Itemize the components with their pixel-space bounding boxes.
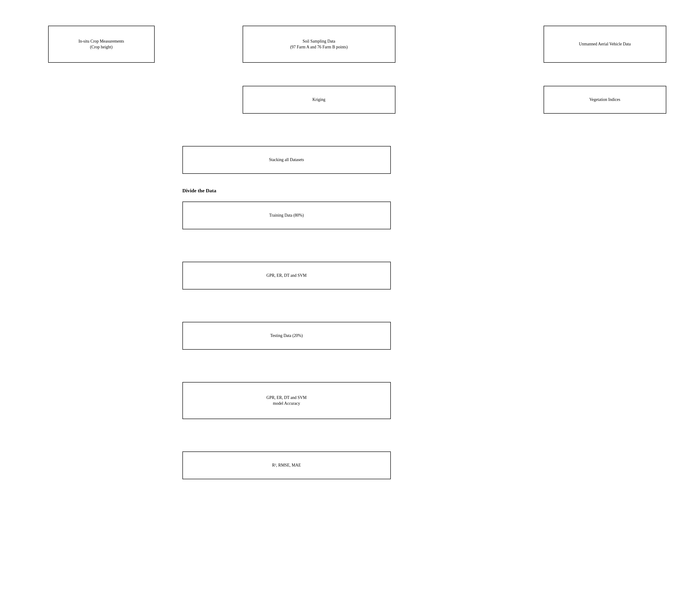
box-vegindices: Vegetation Indices [544, 86, 666, 114]
models1-label: GPR, ER, DT and SVM [266, 273, 307, 278]
box-models1: GPR, ER, DT and SVM [182, 262, 391, 289]
vegindices-label: Vegetation Indices [589, 97, 620, 102]
box-stacking: Stacking all Datasets [182, 146, 391, 174]
box-training: Training Data (80%) [182, 202, 391, 229]
soil-label: Soil Sampling Data(97 Farm A and 76 Farm… [290, 39, 348, 50]
accuracy-label: GPR, ER, DT and SVMmodel Accuracy [266, 395, 307, 406]
uav-label: Unmanned Aerial Vehicle Data [579, 41, 631, 47]
box-soil: Soil Sampling Data(97 Farm A and 76 Farm… [242, 26, 395, 63]
divide-label: Divide the Data [182, 188, 217, 194]
box-metrics: R², RMSE, MAE [182, 452, 391, 479]
box-accuracy: GPR, ER, DT and SVMmodel Accuracy [182, 382, 391, 419]
testing-label: Testing Data (20%) [270, 333, 303, 339]
training-label: Training Data (80%) [269, 212, 304, 218]
stacking-label: Stacking all Datasets [269, 157, 304, 163]
box-uav: Unmanned Aerial Vehicle Data [544, 26, 666, 63]
insitu-label: In-situ Crop Measurements(Crop height) [79, 39, 124, 50]
box-kriging: Kriging [242, 86, 395, 114]
kriging-label: Kriging [312, 97, 325, 102]
box-insitu: In-situ Crop Measurements(Crop height) [48, 26, 155, 63]
diagram-container: In-situ Crop Measurements(Crop height) S… [25, 7, 673, 609]
metrics-label: R², RMSE, MAE [272, 462, 301, 468]
box-testing: Testing Data (20%) [182, 322, 391, 350]
